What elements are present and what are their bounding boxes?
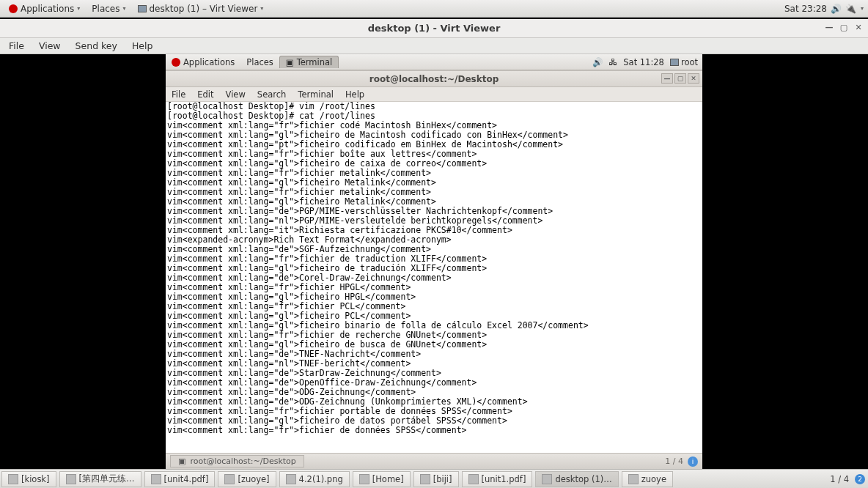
virt-viewer-title: desktop (1) - Virt Viewer: [368, 23, 501, 34]
window-icon: [420, 474, 430, 484]
monitor-icon: [138, 5, 147, 12]
taskbar-button[interactable]: zuoye: [622, 471, 673, 487]
host-top-panel: Applications ▾ Places ▾ desktop (1) – Vi…: [0, 0, 868, 18]
host-workspace-label: 1 / 4: [830, 474, 849, 484]
taskbar-button[interactable]: [Home]: [353, 471, 411, 487]
host-active-app-label: desktop (1) – Virt Viewer: [150, 4, 258, 14]
host-clock[interactable]: Sat 23:28: [784, 4, 827, 14]
terminal-output[interactable]: [root@localhost Desktop]# vim /root/line…: [166, 102, 702, 453]
taskbar-label: [biji]: [433, 474, 452, 484]
taskbar-label: [unit1.pdf]: [482, 474, 526, 484]
taskbar-button[interactable]: [第四单元练…: [59, 471, 141, 487]
virt-viewer-titlebar[interactable]: desktop (1) - Virt Viewer — ▢ ✕: [0, 19, 868, 38]
window-icon: [8, 474, 18, 484]
taskbar-label: [kiosk]: [21, 474, 50, 484]
virt-viewer-window: desktop (1) - Virt Viewer — ▢ ✕ File Vie…: [0, 19, 868, 469]
guest-taskbar-terminal[interactable]: ▣ root@localhost:~/Desktop: [170, 455, 304, 467]
terminal-window: root@localhost:~/Desktop — ▢ ✕ File Edit…: [166, 70, 702, 469]
notification-badge[interactable]: 2: [855, 474, 865, 484]
host-active-app-menu[interactable]: desktop (1) – Virt Viewer ▾: [133, 2, 268, 15]
redhat-icon: [172, 58, 180, 67]
taskbar-button[interactable]: [kiosk]: [1, 471, 56, 487]
guest-applications-label: Applications: [183, 57, 235, 67]
user-menu[interactable]: root: [670, 57, 698, 67]
terminal-close-button[interactable]: ✕: [688, 73, 699, 84]
taskbar-button[interactable]: [unit1.pdf]: [462, 471, 533, 487]
host-places-label: Places: [92, 4, 119, 14]
guest-clock[interactable]: Sat 11:28: [623, 57, 664, 67]
taskbar-button[interactable]: [zuoye]: [218, 471, 276, 487]
window-icon: [542, 474, 552, 484]
host-bottom-panel: [kiosk][第四单元练…[unit4.pdf][zuoye]4.2(1).p…: [0, 469, 868, 488]
terminal-icon: ▣: [178, 456, 185, 466]
volume-icon[interactable]: 🔊: [831, 4, 842, 14]
chevron-down-icon: ▾: [861, 5, 864, 12]
vv-menu-help[interactable]: Help: [125, 39, 161, 53]
taskbar-label: zuoye: [641, 474, 666, 484]
taskbar-label: desktop (1)…: [555, 474, 611, 484]
term-menu-search[interactable]: Search: [251, 89, 293, 100]
minimize-button[interactable]: —: [824, 22, 834, 32]
terminal-icon: ▣: [286, 57, 294, 67]
terminal-menubar: File Edit View Search Terminal Help: [166, 87, 702, 102]
guest-places-menu[interactable]: Places: [240, 56, 279, 69]
guest-top-panel: Applications Places ▣ Terminal 🔊 🖧 Sat 1…: [166, 54, 702, 70]
taskbar-label: [第四单元练…: [79, 473, 135, 484]
host-workspace-switcher[interactable]: 1 / 4: [827, 474, 852, 484]
terminal-minimize-button[interactable]: —: [661, 73, 673, 84]
guest-applications-menu[interactable]: Applications: [166, 56, 240, 69]
info-icon[interactable]: i: [688, 456, 698, 467]
guest-desktop: Applications Places ▣ Terminal 🔊 🖧 Sat 1…: [166, 54, 702, 469]
host-places-menu[interactable]: Places ▾: [87, 2, 130, 15]
vv-menu-sendkey[interactable]: Send key: [68, 39, 125, 53]
guest-tab-label: Terminal: [297, 57, 333, 67]
term-menu-file[interactable]: File: [166, 89, 191, 100]
guest-user-label: root: [681, 57, 698, 67]
close-button[interactable]: ✕: [853, 22, 864, 32]
chevron-down-icon: ▾: [122, 5, 125, 12]
guest-bottom-panel: ▣ root@localhost:~/Desktop 1 / 4 i: [166, 453, 702, 469]
window-icon: [286, 474, 296, 484]
taskbar-label: [Home]: [372, 474, 404, 484]
vv-menu-file[interactable]: File: [1, 39, 32, 53]
term-menu-help[interactable]: Help: [339, 89, 370, 100]
term-menu-terminal[interactable]: Terminal: [292, 89, 339, 100]
monitor-icon: [670, 59, 679, 66]
chevron-down-icon: ▾: [77, 5, 80, 12]
redhat-icon: [9, 4, 18, 13]
window-icon: [151, 474, 161, 484]
taskbar-label: [zuoye]: [238, 474, 269, 484]
chevron-down-icon: ▾: [260, 5, 263, 12]
volume-icon[interactable]: 🔊: [592, 57, 603, 67]
virt-viewer-display[interactable]: Applications Places ▣ Terminal 🔊 🖧 Sat 1…: [0, 54, 868, 469]
taskbar-button[interactable]: [unit4.pdf]: [144, 471, 216, 487]
window-icon: [66, 474, 76, 484]
taskbar-label: 4.2(1).png: [299, 474, 343, 484]
host-applications-menu[interactable]: Applications ▾: [4, 2, 84, 15]
terminal-title: root@localhost:~/Desktop: [369, 74, 499, 84]
window-icon: [359, 474, 369, 484]
guest-workspace-indicator[interactable]: 1 / 4: [665, 456, 683, 466]
taskbar-button[interactable]: desktop (1)…: [535, 471, 618, 487]
term-menu-view[interactable]: View: [220, 89, 251, 100]
virt-viewer-menubar: File View Send key Help: [0, 38, 868, 54]
guest-places-label: Places: [246, 57, 273, 67]
taskbar-label: [unit4.pdf]: [164, 474, 209, 484]
guest-taskbar-label: root@localhost:~/Desktop: [190, 456, 295, 466]
battery-icon[interactable]: 🔌: [846, 4, 856, 14]
window-icon: [224, 474, 235, 484]
maximize-button[interactable]: ▢: [839, 22, 849, 32]
window-icon: [628, 474, 639, 484]
taskbar-button[interactable]: [biji]: [413, 471, 459, 487]
vv-menu-view[interactable]: View: [32, 39, 68, 53]
terminal-maximize-button[interactable]: ▢: [674, 73, 686, 84]
term-menu-edit[interactable]: Edit: [191, 89, 219, 100]
taskbar-button[interactable]: 4.2(1).png: [279, 471, 350, 487]
network-icon[interactable]: 🖧: [608, 57, 617, 67]
host-applications-label: Applications: [21, 4, 74, 14]
guest-window-tab-terminal[interactable]: ▣ Terminal: [279, 56, 339, 68]
terminal-titlebar[interactable]: root@localhost:~/Desktop — ▢ ✕: [166, 71, 702, 87]
window-icon: [468, 474, 479, 484]
